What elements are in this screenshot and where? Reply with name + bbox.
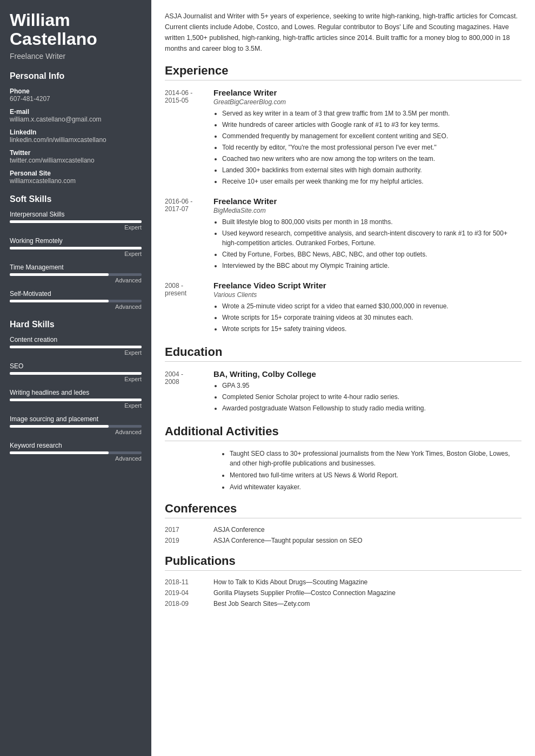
soft-skills-section-title: Soft Skills — [10, 194, 142, 204]
skill-level: Expert — [10, 376, 142, 382]
skill-level: Advanced — [10, 455, 142, 462]
skill-name: SEO — [10, 362, 142, 370]
skill-bar-bg — [10, 247, 142, 249]
skill-name: Working Remotely — [10, 237, 142, 245]
skill-bar-fill — [10, 220, 142, 223]
edu-bullet: GPA 3.95 — [222, 381, 521, 390]
skill-bar-bg — [10, 273, 142, 276]
personal-info-section-title: Personal Info — [10, 71, 142, 81]
contact-item: Personal Sitewilliamxcastellano.com — [10, 170, 142, 185]
conf-value: ASJA Conference — [213, 526, 265, 534]
skill-level: Advanced — [10, 429, 142, 435]
skill-name: Keyword research — [10, 442, 142, 449]
exp-company: BigMediaSite.com — [213, 207, 521, 214]
skill-name: Interpersonal Skills — [10, 211, 142, 218]
exp-company: GreatBigCareerBlog.com — [213, 98, 521, 106]
experience-item: 2008 -present Freelance Video Script Wri… — [165, 281, 521, 335]
exp-bullets: Served as key writer in a team of 3 that… — [213, 109, 521, 186]
main-content: ASJA Journalist and Writer with 5+ years… — [151, 0, 535, 756]
exp-content: Freelance Writer BigMediaSite.com Built … — [213, 197, 521, 272]
skill-name: Content creation — [10, 336, 142, 343]
additional-bullet: Mentored two full-time writers at US New… — [230, 470, 521, 480]
pub-value: How to Talk to Kids About Drugs—Scouting… — [213, 578, 367, 586]
skill-name: Time Management — [10, 264, 142, 271]
education-item: 2004 -2008 BA, Writing, Colby College GP… — [165, 369, 521, 415]
publications-list: 2018-11 How to Talk to Kids About Drugs—… — [165, 578, 521, 608]
exp-bullet: Served as key writer in a team of 3 that… — [222, 109, 521, 118]
skill-level: Expert — [10, 402, 142, 409]
edu-bullet: Completed Senior Scholar project to writ… — [222, 392, 521, 402]
publication-row: 2019-04 Gorilla Playsets Supplier Profil… — [165, 589, 521, 597]
skill-item: Interpersonal Skills Expert — [10, 211, 142, 231]
skill-bar-bg — [10, 220, 142, 223]
exp-bullet: Told recently by editor, "You're the mos… — [222, 143, 521, 152]
pub-date: 2018-09 — [165, 600, 213, 608]
skill-name: Self-Motivated — [10, 290, 142, 298]
skill-bar-fill — [10, 273, 109, 276]
skill-level: Expert — [10, 224, 142, 231]
edu-bullets: GPA 3.95Completed Senior Scholar project… — [213, 381, 521, 413]
exp-bullet: Coached two new writers who are now amon… — [222, 154, 521, 164]
exp-bullet: Wrote scripts for 15+ safety training vi… — [222, 324, 521, 334]
skill-item: Self-Motivated Advanced — [10, 290, 142, 310]
education-section-title: Education — [165, 345, 521, 362]
contact-item: LinkedInlinkedin.com/in/williamxcastella… — [10, 129, 142, 144]
pub-date: 2019-04 — [165, 589, 213, 597]
contact-item: Twittertwitter.com/williamxcastellano — [10, 149, 142, 164]
conferences-section-title: Conferences — [165, 502, 521, 518]
additional-bullets-list: Taught SEO class to 30+ professional jou… — [213, 449, 521, 492]
skill-bar-fill — [10, 247, 142, 249]
education-list: 2004 -2008 BA, Writing, Colby College GP… — [165, 369, 521, 415]
skill-level: Advanced — [10, 303, 142, 310]
skill-bar-bg — [10, 451, 142, 454]
exp-bullet: Used keyword research, competitive analy… — [222, 228, 521, 248]
conference-row: 2019 ASJA Conference—Taught popular sess… — [165, 537, 521, 544]
exp-title: Freelance Video Script Writer — [213, 281, 521, 290]
exp-bullets: Wrote a 25-minute video script for a vid… — [213, 301, 521, 334]
edu-content: BA, Writing, Colby College GPA 3.95Compl… — [213, 369, 521, 415]
pub-value: Best Job Search Sites—Zety.com — [213, 600, 310, 608]
skill-bar-bg — [10, 425, 142, 428]
exp-bullet: Wrote scripts for 15+ corporate training… — [222, 313, 521, 322]
skill-bar-fill — [10, 300, 109, 302]
exp-title: Freelance Writer — [213, 88, 521, 97]
exp-date: 2016-06 -2017-07 — [165, 197, 213, 272]
hard-skills-list: Content creation Expert SEO Expert Writi… — [10, 336, 142, 462]
exp-bullet: Receive 10+ user emails per week thankin… — [222, 177, 521, 186]
contact-list: Phone607-481-4207E-mailwilliam.x.castell… — [10, 87, 142, 185]
conferences-list: 2017 ASJA Conference 2019 ASJA Conferenc… — [165, 526, 521, 544]
skill-bar-bg — [10, 346, 142, 348]
skill-item: Image sourcing and placement Advanced — [10, 415, 142, 435]
hard-skills-section-title: Hard Skills — [10, 320, 142, 329]
publications-section-title: Publications — [165, 554, 521, 571]
pub-date: 2018-11 — [165, 578, 213, 586]
experience-item: 2014-06 -2015-05 Freelance Writer GreatB… — [165, 88, 521, 188]
conference-row: 2017 ASJA Conference — [165, 526, 521, 534]
publication-row: 2018-09 Best Job Search Sites—Zety.com — [165, 600, 521, 608]
candidate-name: William Castellano — [10, 11, 142, 49]
pub-value: Gorilla Playsets Supplier Profile—Costco… — [213, 589, 396, 597]
skill-bar-fill — [10, 372, 142, 375]
sidebar: William Castellano Freelance Writer Pers… — [0, 0, 151, 756]
additional-section-title: Additional Activities — [165, 424, 521, 441]
skill-item: Keyword research Advanced — [10, 442, 142, 462]
skill-bar-fill — [10, 399, 142, 401]
exp-bullet: Commended frequently by management for e… — [222, 131, 521, 141]
skill-level: Expert — [10, 349, 142, 356]
exp-bullet: Cited by Fortune, Forbes, BBC News, ABC,… — [222, 249, 521, 259]
exp-bullet: Wrote a 25-minute video script for a vid… — [222, 301, 521, 311]
additional-bullet: Avid whitewater kayaker. — [230, 482, 521, 492]
contact-item: Phone607-481-4207 — [10, 87, 142, 103]
exp-bullet: Landed 300+ backlinks from external site… — [222, 165, 521, 175]
exp-date: 2008 -present — [165, 281, 213, 335]
exp-company: Various Clients — [213, 291, 521, 299]
exp-content: Freelance Writer GreatBigCareerBlog.com … — [213, 88, 521, 188]
skill-item: SEO Expert — [10, 362, 142, 382]
experience-section-title: Experience — [165, 64, 521, 80]
exp-bullet: Built lifestyle blog to 800,000 visits p… — [222, 217, 521, 227]
skill-item: Time Management Advanced — [10, 264, 142, 284]
exp-bullet: Interviewed by the BBC about my Olympic … — [222, 261, 521, 271]
skill-bar-fill — [10, 425, 109, 428]
skill-bar-bg — [10, 399, 142, 401]
exp-bullets: Built lifestyle blog to 800,000 visits p… — [213, 217, 521, 271]
